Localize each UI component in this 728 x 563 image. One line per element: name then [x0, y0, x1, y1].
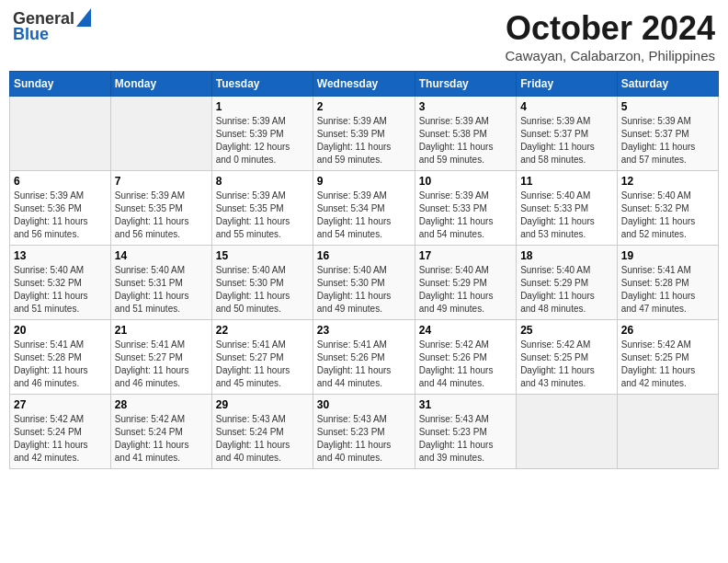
- day-info: Sunrise: 5:41 AM Sunset: 5:27 PM Dayligh…: [216, 339, 290, 388]
- calendar-cell: 12Sunrise: 5:40 AM Sunset: 5:32 PM Dayli…: [617, 171, 718, 246]
- day-number: 30: [317, 398, 411, 411]
- col-tuesday: Tuesday: [211, 72, 313, 97]
- day-number: 14: [115, 249, 208, 262]
- calendar-cell: 25Sunrise: 5:42 AM Sunset: 5:25 PM Dayli…: [517, 320, 618, 395]
- day-info: Sunrise: 5:39 AM Sunset: 5:38 PM Dayligh…: [419, 116, 494, 165]
- day-number: 4: [520, 100, 613, 113]
- calendar-cell: 28Sunrise: 5:42 AM Sunset: 5:24 PM Dayli…: [110, 395, 211, 469]
- day-info: Sunrise: 5:40 AM Sunset: 5:32 PM Dayligh…: [621, 190, 696, 239]
- day-info: Sunrise: 5:40 AM Sunset: 5:31 PM Dayligh…: [115, 265, 189, 314]
- day-number: 20: [14, 324, 107, 337]
- calendar-cell: 13Sunrise: 5:40 AM Sunset: 5:32 PM Dayli…: [10, 246, 111, 320]
- calendar-cell: 16Sunrise: 5:40 AM Sunset: 5:30 PM Dayli…: [313, 246, 415, 320]
- calendar-cell: 11Sunrise: 5:40 AM Sunset: 5:33 PM Dayli…: [517, 171, 618, 246]
- day-info: Sunrise: 5:42 AM Sunset: 5:24 PM Dayligh…: [14, 414, 88, 463]
- day-number: 19: [621, 249, 714, 262]
- calendar-table: Sunday Monday Tuesday Wednesday Thursday…: [9, 71, 719, 469]
- day-number: 12: [621, 175, 714, 188]
- calendar-cell: 30Sunrise: 5:43 AM Sunset: 5:23 PM Dayli…: [313, 395, 415, 469]
- calendar-cell: 31Sunrise: 5:43 AM Sunset: 5:23 PM Dayli…: [415, 395, 516, 469]
- day-info: Sunrise: 5:42 AM Sunset: 5:25 PM Dayligh…: [520, 339, 595, 388]
- calendar-cell: 1Sunrise: 5:39 AM Sunset: 5:39 PM Daylig…: [211, 97, 313, 171]
- day-info: Sunrise: 5:40 AM Sunset: 5:29 PM Dayligh…: [520, 265, 595, 314]
- calendar-header-row: Sunday Monday Tuesday Wednesday Thursday…: [10, 72, 719, 97]
- calendar-cell: 21Sunrise: 5:41 AM Sunset: 5:27 PM Dayli…: [110, 320, 211, 395]
- day-number: 13: [14, 249, 107, 262]
- day-number: 3: [419, 100, 512, 113]
- title-section: October 2024 Cawayan, Calabarzon, Philip…: [506, 9, 715, 63]
- day-info: Sunrise: 5:43 AM Sunset: 5:24 PM Dayligh…: [216, 414, 290, 463]
- calendar-cell: 15Sunrise: 5:40 AM Sunset: 5:30 PM Dayli…: [211, 246, 313, 320]
- calendar-cell: [517, 395, 618, 469]
- day-number: 11: [520, 175, 613, 188]
- calendar-cell: 17Sunrise: 5:40 AM Sunset: 5:29 PM Dayli…: [415, 246, 516, 320]
- day-info: Sunrise: 5:39 AM Sunset: 5:37 PM Dayligh…: [621, 116, 696, 165]
- day-info: Sunrise: 5:43 AM Sunset: 5:23 PM Dayligh…: [419, 414, 494, 463]
- day-info: Sunrise: 5:39 AM Sunset: 5:39 PM Dayligh…: [317, 116, 392, 165]
- calendar-cell: 6Sunrise: 5:39 AM Sunset: 5:36 PM Daylig…: [10, 171, 111, 246]
- calendar-cell: [110, 97, 211, 171]
- calendar-cell: 7Sunrise: 5:39 AM Sunset: 5:35 PM Daylig…: [110, 171, 211, 246]
- day-number: 16: [317, 249, 411, 262]
- calendar-cell: 24Sunrise: 5:42 AM Sunset: 5:26 PM Dayli…: [415, 320, 516, 395]
- day-number: 5: [621, 100, 714, 113]
- calendar-cell: 29Sunrise: 5:43 AM Sunset: 5:24 PM Dayli…: [211, 395, 313, 469]
- day-number: 8: [216, 175, 309, 188]
- day-info: Sunrise: 5:39 AM Sunset: 5:39 PM Dayligh…: [216, 116, 290, 165]
- calendar-cell: [10, 97, 111, 171]
- day-info: Sunrise: 5:41 AM Sunset: 5:28 PM Dayligh…: [621, 265, 696, 314]
- calendar-cell: 20Sunrise: 5:41 AM Sunset: 5:28 PM Dayli…: [10, 320, 111, 395]
- calendar-week-row: 20Sunrise: 5:41 AM Sunset: 5:28 PM Dayli…: [10, 320, 719, 395]
- day-info: Sunrise: 5:39 AM Sunset: 5:35 PM Dayligh…: [216, 190, 290, 239]
- day-number: 22: [216, 324, 309, 337]
- calendar-cell: 27Sunrise: 5:42 AM Sunset: 5:24 PM Dayli…: [10, 395, 111, 469]
- day-number: 25: [520, 324, 613, 337]
- day-number: 18: [520, 249, 613, 262]
- main-title: October 2024: [506, 9, 715, 48]
- day-info: Sunrise: 5:42 AM Sunset: 5:25 PM Dayligh…: [621, 339, 696, 388]
- col-wednesday: Wednesday: [313, 72, 415, 97]
- day-info: Sunrise: 5:39 AM Sunset: 5:33 PM Dayligh…: [419, 190, 494, 239]
- day-info: Sunrise: 5:41 AM Sunset: 5:27 PM Dayligh…: [115, 339, 189, 388]
- day-info: Sunrise: 5:40 AM Sunset: 5:30 PM Dayligh…: [317, 265, 392, 314]
- calendar-cell: 26Sunrise: 5:42 AM Sunset: 5:25 PM Dayli…: [617, 320, 718, 395]
- day-number: 28: [115, 398, 208, 411]
- day-info: Sunrise: 5:39 AM Sunset: 5:34 PM Dayligh…: [317, 190, 392, 239]
- day-number: 26: [621, 324, 714, 337]
- day-info: Sunrise: 5:43 AM Sunset: 5:23 PM Dayligh…: [317, 414, 392, 463]
- col-saturday: Saturday: [617, 72, 718, 97]
- day-number: 27: [14, 398, 107, 411]
- day-number: 21: [115, 324, 208, 337]
- svg-marker-0: [76, 8, 91, 27]
- day-info: Sunrise: 5:40 AM Sunset: 5:32 PM Dayligh…: [14, 265, 88, 314]
- calendar-week-row: 1Sunrise: 5:39 AM Sunset: 5:39 PM Daylig…: [10, 97, 719, 171]
- day-number: 24: [419, 324, 512, 337]
- day-info: Sunrise: 5:41 AM Sunset: 5:28 PM Dayligh…: [14, 339, 88, 388]
- day-number: 29: [216, 398, 309, 411]
- calendar-cell: 22Sunrise: 5:41 AM Sunset: 5:27 PM Dayli…: [211, 320, 313, 395]
- calendar-cell: 9Sunrise: 5:39 AM Sunset: 5:34 PM Daylig…: [313, 171, 415, 246]
- page-header: General Blue October 2024 Cawayan, Calab…: [9, 9, 719, 63]
- day-info: Sunrise: 5:40 AM Sunset: 5:29 PM Dayligh…: [419, 265, 494, 314]
- day-info: Sunrise: 5:42 AM Sunset: 5:24 PM Dayligh…: [115, 414, 189, 463]
- calendar-week-row: 27Sunrise: 5:42 AM Sunset: 5:24 PM Dayli…: [10, 395, 719, 469]
- day-number: 7: [115, 175, 208, 188]
- day-number: 6: [14, 175, 107, 188]
- col-monday: Monday: [110, 72, 211, 97]
- day-info: Sunrise: 5:39 AM Sunset: 5:36 PM Dayligh…: [14, 190, 88, 239]
- calendar-cell: 2Sunrise: 5:39 AM Sunset: 5:39 PM Daylig…: [313, 97, 415, 171]
- calendar-cell: 8Sunrise: 5:39 AM Sunset: 5:35 PM Daylig…: [211, 171, 313, 246]
- day-number: 31: [419, 398, 512, 411]
- calendar-cell: 5Sunrise: 5:39 AM Sunset: 5:37 PM Daylig…: [617, 97, 718, 171]
- calendar-cell: 10Sunrise: 5:39 AM Sunset: 5:33 PM Dayli…: [415, 171, 516, 246]
- calendar-cell: 14Sunrise: 5:40 AM Sunset: 5:31 PM Dayli…: [110, 246, 211, 320]
- day-number: 10: [419, 175, 512, 188]
- logo: General Blue: [13, 9, 91, 44]
- calendar-cell: 3Sunrise: 5:39 AM Sunset: 5:38 PM Daylig…: [415, 97, 516, 171]
- day-info: Sunrise: 5:40 AM Sunset: 5:30 PM Dayligh…: [216, 265, 290, 314]
- logo-blue-text: Blue: [13, 25, 49, 44]
- col-sunday: Sunday: [10, 72, 111, 97]
- day-number: 17: [419, 249, 512, 262]
- calendar-week-row: 6Sunrise: 5:39 AM Sunset: 5:36 PM Daylig…: [10, 171, 719, 246]
- calendar-cell: [617, 395, 718, 469]
